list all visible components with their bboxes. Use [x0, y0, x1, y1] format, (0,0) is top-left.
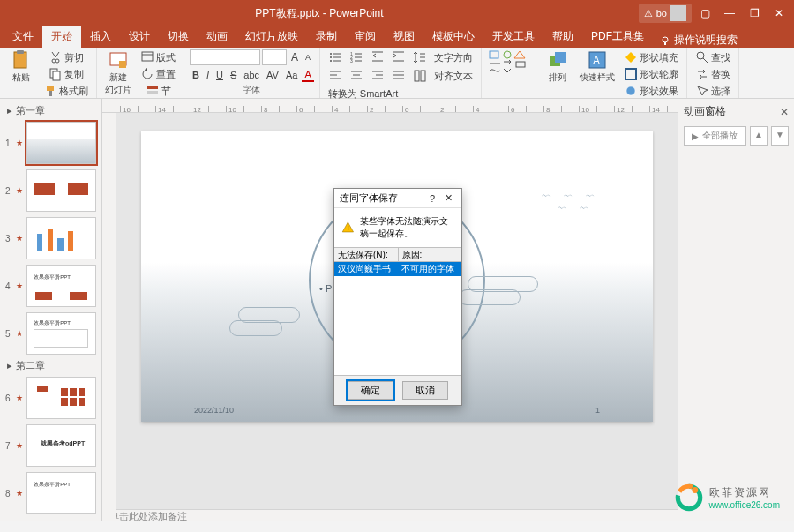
- tab-animations[interactable]: 动画: [198, 26, 236, 48]
- animation-pane-close-button[interactable]: ✕: [780, 106, 789, 118]
- layout-button[interactable]: 版式: [138, 49, 178, 65]
- bullets-button[interactable]: [326, 49, 345, 65]
- underline-button[interactable]: U: [213, 69, 226, 81]
- styles-icon: A: [588, 50, 607, 70]
- text-shadow-button[interactable]: abc: [241, 69, 262, 81]
- tab-insert[interactable]: 插入: [81, 26, 120, 48]
- replace-button[interactable]: 替换: [693, 66, 733, 82]
- slide-cloud-2: [229, 320, 282, 336]
- slide-thumb-7[interactable]: 就黑条考odPPT: [26, 424, 96, 467]
- reset-button[interactable]: 重置: [138, 66, 178, 82]
- tab-file[interactable]: 文件: [4, 26, 42, 48]
- slide-thumbnails-panel[interactable]: ▸ 第一章 1★ 2★ 3★ 4★效果条平滑PPT 5★效果条平滑PPT ▸ 第…: [0, 99, 102, 521]
- tab-home[interactable]: 开始: [42, 26, 81, 48]
- cancel-button[interactable]: 取消: [402, 381, 448, 400]
- tab-pdf-tools[interactable]: PDF工具集: [582, 26, 653, 48]
- dialog-message: 某些字体无法随演示文稿一起保存。: [360, 215, 454, 240]
- svg-rect-13: [147, 91, 158, 94]
- dialog-help-button[interactable]: ?: [424, 193, 440, 204]
- decrease-font-button[interactable]: A: [303, 52, 313, 63]
- tab-transitions[interactable]: 切换: [159, 26, 198, 48]
- tab-help[interactable]: 帮助: [543, 26, 582, 48]
- quick-styles-button[interactable]: A 快速样式: [577, 49, 618, 85]
- slide-thumb-8[interactable]: 效果条平滑PPT: [26, 472, 96, 514]
- notes-input[interactable]: 单击此处添加备注: [102, 509, 678, 521]
- align-right-button[interactable]: [368, 68, 387, 84]
- arrange-button[interactable]: 排列: [542, 49, 573, 85]
- svg-text:!: !: [348, 224, 349, 232]
- group-slides: 新建 幻灯片 版式 重置 节 幻灯片: [97, 48, 184, 98]
- tab-slideshow[interactable]: 幻灯片放映: [236, 26, 307, 48]
- tab-record[interactable]: 录制: [307, 26, 346, 48]
- svg-text:A: A: [593, 55, 600, 67]
- align-text-button[interactable]: 对齐文本: [431, 69, 476, 84]
- column-header-reason[interactable]: 原因:: [399, 248, 462, 261]
- tab-design[interactable]: 设计: [120, 26, 159, 48]
- text-direction-button[interactable]: 文字方向: [431, 50, 476, 65]
- select-button[interactable]: 选择: [693, 83, 733, 99]
- user-badge[interactable]: ⚠ bo: [639, 4, 692, 23]
- minimize-button[interactable]: —: [718, 3, 741, 24]
- dialog-close-button[interactable]: ✕: [440, 192, 456, 204]
- paste-icon: [11, 50, 31, 70]
- section-button[interactable]: 节: [143, 83, 174, 99]
- tab-view[interactable]: 视图: [385, 26, 423, 48]
- format-painter-button[interactable]: 格式刷: [41, 83, 91, 99]
- cut-button[interactable]: 剪切: [46, 49, 86, 65]
- slide-thumb-1[interactable]: [26, 122, 96, 164]
- font-reason-cell: 不可用的字体: [398, 262, 461, 276]
- shapes-gallery[interactable]: [487, 49, 538, 79]
- slide-thumb-6[interactable]: [26, 377, 96, 419]
- slide-thumb-3[interactable]: [26, 217, 96, 259]
- char-spacing-button[interactable]: AV: [264, 69, 281, 81]
- font-list-row[interactable]: 汉仪尚巍手书W 不可用的字体: [334, 262, 461, 276]
- horizontal-ruler[interactable]: 1614121086420246810121416: [102, 99, 678, 113]
- line-spacing-icon: [413, 50, 427, 64]
- numbering-button[interactable]: 123: [347, 49, 366, 65]
- tab-templates[interactable]: 模板中心: [423, 26, 483, 48]
- paste-button[interactable]: 粘贴: [5, 49, 37, 85]
- bold-button[interactable]: B: [190, 69, 202, 81]
- ok-button[interactable]: 确定: [348, 381, 393, 400]
- justify-button[interactable]: [389, 68, 408, 84]
- slide-thumb-4[interactable]: 效果条平滑PPT: [26, 265, 96, 307]
- restore-button[interactable]: ❐: [743, 3, 766, 24]
- columns-button[interactable]: [410, 68, 430, 84]
- shape-effects-button[interactable]: 形状效果: [621, 83, 681, 99]
- section-header-2[interactable]: ▸ 第二章: [0, 357, 101, 374]
- strikethrough-button[interactable]: S: [228, 69, 239, 81]
- font-size-input[interactable]: [262, 49, 287, 65]
- increase-indent-button[interactable]: [389, 49, 408, 65]
- column-header-font[interactable]: 无法保存(N):: [334, 248, 399, 261]
- close-button[interactable]: ✕: [768, 3, 790, 24]
- font-family-input[interactable]: [190, 49, 260, 65]
- slide-thumb-5[interactable]: 效果条平滑PPT: [26, 312, 96, 355]
- dialog-list-body[interactable]: [334, 276, 461, 375]
- shape-outline-button[interactable]: 形状轮廓: [621, 66, 681, 82]
- svg-rect-39: [421, 71, 425, 81]
- play-all-button[interactable]: ▶ 全部播放: [684, 126, 746, 146]
- align-center-button[interactable]: [347, 68, 366, 84]
- move-up-button[interactable]: ▲: [750, 126, 768, 146]
- document-title: PPT教程.pptx - PowerPoint: [0, 6, 639, 21]
- tell-me-search[interactable]: 操作说明搜索: [653, 33, 745, 48]
- dialog-titlebar[interactable]: 连同字体保存 ? ✕: [334, 189, 461, 208]
- copy-button[interactable]: 复制: [46, 66, 86, 82]
- change-case-button[interactable]: Aa: [283, 69, 300, 81]
- shape-fill-button[interactable]: 形状填充: [621, 49, 681, 65]
- increase-font-button[interactable]: A: [288, 50, 301, 64]
- line-spacing-button[interactable]: [410, 49, 430, 65]
- new-slide-button[interactable]: 新建 幻灯片: [102, 49, 134, 97]
- ribbon-display-options-button[interactable]: ▢: [693, 3, 716, 24]
- font-color-button[interactable]: A: [302, 68, 313, 82]
- italic-button[interactable]: I: [204, 69, 212, 81]
- decrease-indent-button[interactable]: [368, 49, 387, 65]
- move-down-button[interactable]: ▼: [771, 126, 789, 146]
- align-left-button[interactable]: [326, 68, 345, 84]
- tab-developer[interactable]: 开发工具: [483, 26, 543, 48]
- section-header-1[interactable]: ▸ 第一章: [0, 102, 101, 119]
- slide-thumb-2[interactable]: [26, 169, 96, 212]
- find-button[interactable]: 查找: [693, 49, 733, 65]
- group-font: A A B I U S abc AV Aa A 字体: [184, 48, 320, 98]
- tab-review[interactable]: 审阅: [346, 26, 385, 48]
